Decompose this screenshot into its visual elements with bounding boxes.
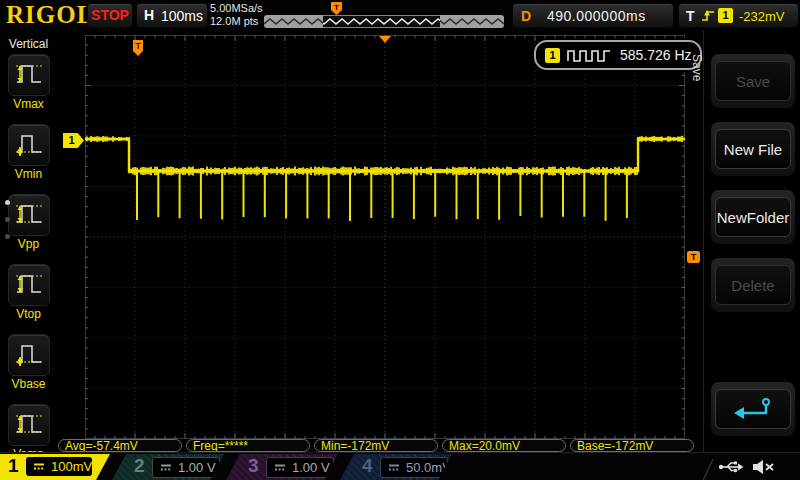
rigol-logo: RIGOL [6,1,94,29]
frequency-counter: 1 585.726 Hz [534,40,702,70]
menu-item-vtop[interactable]: Vtop [0,264,57,331]
delay-label: D [521,8,531,24]
measurement-max: Max=20.0mV [442,439,566,452]
vpp-icon [14,197,44,233]
vmax-label: Vmax [0,97,57,111]
rising-edge-icon [701,8,716,23]
menu-tab-label: Save [690,54,704,81]
menu-item-vbase[interactable]: Vbase [0,334,57,401]
divider-slant [700,459,714,480]
channel-3-tab[interactable]: 3 1.00 V [226,454,338,480]
svg-text:T: T [135,41,141,51]
counter-value: 585.726 Hz [620,47,692,63]
sample-rate: 5.00MSa/s [210,2,263,15]
trigger-level-value: -232mV [739,9,785,24]
measurement-avg: Avg=-57.4mV [58,439,182,452]
vbase-icon [14,337,44,373]
channel-2-number: 2 [134,455,145,477]
memory-trigger-letter: T [334,3,339,12]
delete-button[interactable]: Delete [715,265,791,305]
trigger-source-badge: 1 [718,8,733,23]
channel-4-scale: 50.0mV [406,460,451,475]
vertical-measure-menu: Vertical Vmax Vmin Vpp Vtop Vbase Vamp [0,30,58,452]
back-button-key[interactable] [711,382,795,436]
waveform-display: T 1 1 585.726 Hz T Avg=-57.4mV Freq=****… [57,30,703,452]
measurement-freq: Freq=***** [186,439,310,452]
memory-trigger-position-icon: T [331,2,342,15]
save-menu: Save Save New File NewFolder Delete [703,30,800,452]
trigger-level-tab[interactable]: T [687,251,700,263]
channel-3-scale: 1.00 V [292,460,330,475]
vmin-label: Vmin [0,167,57,181]
vtop-icon [14,267,44,303]
usb-icon [718,459,744,475]
delay-value: 490.000000ms [547,8,646,24]
menu-item-vmax[interactable]: Vmax [0,54,57,121]
save-button-key[interactable]: Save [711,54,795,108]
memory-waveform-bar [264,15,504,28]
new-folder-button-key[interactable]: NewFolder [711,190,795,244]
channel-4-number: 4 [362,455,373,477]
vmin-icon [14,127,44,163]
measurement-results-row: Avg=-57.4mV Freq=***** Min=-172mV Max=20… [58,439,702,452]
vmax-icon [14,57,44,93]
new-file-button-key[interactable]: New File [711,122,795,176]
channel-1-number: 1 [8,455,19,477]
measurement-min: Min=-172mV [314,439,438,452]
trigger-label: T [686,8,695,24]
new-file-button[interactable]: New File [715,129,791,169]
square-wave-icon [566,48,612,63]
dc-coupling-icon [33,462,45,471]
back-button[interactable] [715,389,791,429]
memory-depth: 12.0M pts [210,15,263,28]
run-stop-status[interactable]: STOP [87,3,133,28]
delete-button-key[interactable]: Delete [711,258,795,312]
speaker-muted-icon [752,459,776,475]
horizontal-label: H [144,7,154,23]
graticule-and-trace: T [85,35,685,439]
channel-status-bar: 1 100mV 2 1.00 V 3 [0,452,800,480]
channel-2-tab[interactable]: 2 1.00 V [112,454,224,480]
channel-1-scale: 100mV [51,459,92,474]
trigger-readout: T 1 -232mV [678,3,799,28]
vamp-icon [14,407,44,443]
acquisition-info: 5.00MSa/s 12.0M pts [210,2,263,28]
channel-2-scale: 1.00 V [178,460,216,475]
dc-coupling-icon [160,463,172,472]
vbase-label: Vbase [0,377,57,391]
menu-page-dots [5,200,10,251]
delay-readout: D 490.000000ms [512,3,674,28]
save-button[interactable]: Save [715,61,791,101]
counter-channel-badge: 1 [545,48,560,63]
timebase-value: 100ms [161,8,203,24]
menu-item-vmin[interactable]: Vmin [0,124,57,191]
measurement-base: Base=-172mV [570,439,694,452]
channel-4-tab[interactable]: 4 50.0mV [340,454,452,480]
channel-1-tab[interactable]: 1 100mV [0,454,110,480]
top-status-bar: RIGOL STOP H 100ms 5.00MSa/s 12.0M pts T… [0,0,800,31]
channel-3-number: 3 [248,455,259,477]
channel1-position-tag[interactable]: 1 [63,133,84,148]
return-arrow-icon [733,396,773,422]
vtop-label: Vtop [0,307,57,321]
dc-coupling-icon [388,463,400,472]
dc-coupling-icon [274,463,286,472]
horizontal-timebase-box[interactable]: H 100ms [136,3,208,28]
oscilloscope-screen: RIGOL STOP H 100ms 5.00MSa/s 12.0M pts T… [0,0,800,480]
menu-title: Vertical [0,37,57,51]
new-folder-button[interactable]: NewFolder [715,197,791,237]
